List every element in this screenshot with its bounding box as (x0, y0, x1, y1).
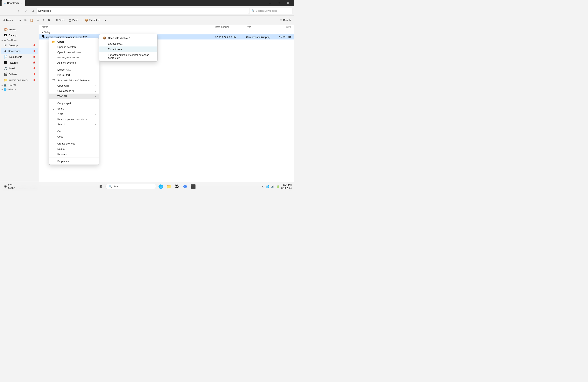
ctx-winrar[interactable]: WinRAR › (49, 94, 99, 99)
ctx-pin-start-label: Pin to Start (57, 74, 70, 76)
submenu-extract-files[interactable]: Extract files... (99, 41, 157, 46)
ctx-copy[interactable]: Copy (49, 134, 99, 139)
ctx-copy-path-label: Copy as path (57, 102, 72, 105)
context-menu-overlay[interactable]: 📂 Open Open in new tab Open in new windo… (0, 0, 294, 191)
submenu-open-winrar-label: Open with WinRAR (108, 37, 130, 40)
ctx-open-with[interactable]: Open with › (49, 83, 99, 88)
ctx-sep-3 (49, 128, 99, 128)
submenu-open-winrar[interactable]: 📦 Open with WinRAR (99, 35, 157, 41)
ctx-open-new-tab-label: Open in new tab (57, 45, 76, 48)
ctx-create-shortcut-label: Create shortcut (57, 142, 75, 145)
ctx-sep-2 (49, 100, 99, 100)
ctx-give-access[interactable]: Give access to › (49, 88, 99, 94)
ctx-properties-label: Properties (57, 160, 69, 163)
ctx-copy-label: Copy (57, 135, 63, 138)
submenu-extract-files-label: Extract files... (108, 42, 123, 45)
ctx-add-favorites[interactable]: Add to Favorites (49, 60, 99, 65)
ctx-open[interactable]: 📂 Open (49, 39, 99, 44)
ctx-7zip[interactable]: 7-Zip › (49, 111, 99, 117)
ctx-open-new-tab[interactable]: Open in new tab (49, 44, 99, 50)
ctx-create-shortcut[interactable]: Create shortcut (49, 141, 99, 146)
defender-icon: 🛡 (52, 79, 55, 82)
submenu-extract-here-label: Extract Here (108, 48, 122, 51)
ctx-scan-label: Scan with Microsoft Defender... (57, 79, 92, 82)
ctx-extract-all-label: Extract All... (57, 68, 71, 71)
ctx-sep-4 (49, 140, 99, 140)
ctx-restore-versions[interactable]: Restore previous versions (49, 117, 99, 122)
ctx-add-favorites-label: Add to Favorites (57, 61, 76, 64)
7zip-arrow-icon: › (95, 113, 96, 115)
share-ctx-icon: ⤴ (52, 107, 55, 110)
open-icon: 📂 (52, 40, 55, 43)
ctx-rename-label: Rename (57, 153, 67, 156)
ctx-restore-label: Restore previous versions (57, 118, 86, 121)
ctx-pin-quick-label: Pin to Quick access (57, 56, 80, 59)
winrar-submenu: 📦 Open with WinRAR Extract files... Extr… (99, 34, 158, 62)
ctx-winrar-label: WinRAR (57, 95, 67, 98)
ctx-pin-start[interactable]: Pin to Start (49, 72, 99, 78)
ctx-pin-quick[interactable]: Pin to Quick access (49, 55, 99, 60)
ctx-7zip-label: 7-Zip (57, 112, 63, 115)
ctx-share[interactable]: ⤴ Share (49, 106, 99, 111)
ctx-share-label: Share (57, 107, 64, 110)
ctx-cut[interactable]: Cut (49, 129, 99, 134)
submenu-extract-to[interactable]: Extract to "mimic-iv-clinical-database-d… (99, 52, 157, 61)
give-access-arrow-icon: › (95, 90, 96, 92)
submenu-extract-here[interactable]: Extract Here (99, 46, 157, 52)
submenu-extract-to-label: Extract to "mimic-iv-clinical-database-d… (108, 53, 154, 59)
ctx-extract-all[interactable]: Extract All... (49, 67, 99, 72)
ctx-open-label: Open (57, 40, 64, 43)
ctx-send-to-label: Send to (57, 123, 66, 126)
ctx-rename[interactable]: Rename (49, 151, 99, 157)
winrar-arrow-icon: › (95, 95, 96, 97)
ctx-copy-path[interactable]: Copy as path (49, 101, 99, 106)
ctx-properties[interactable]: Properties (49, 159, 99, 164)
ctx-open-with-label: Open with (57, 84, 69, 87)
ctx-open-new-window[interactable]: Open in new window (49, 50, 99, 55)
ctx-open-new-window-label: Open in new window (57, 51, 81, 54)
ctx-delete-label: Delete (57, 148, 65, 150)
winrar-open-icon: 📦 (103, 36, 106, 40)
send-to-arrow-icon: › (95, 123, 96, 126)
ctx-scan-defender[interactable]: 🛡 Scan with Microsoft Defender... (49, 78, 99, 83)
ctx-give-access-label: Give access to (57, 89, 74, 92)
context-menu: 📂 Open Open in new tab Open in new windo… (49, 38, 99, 165)
ctx-delete[interactable]: Delete (49, 146, 99, 151)
open-with-arrow-icon: › (95, 85, 96, 87)
ctx-cut-label: Cut (57, 130, 61, 133)
ctx-send-to[interactable]: Send to › (49, 122, 99, 127)
